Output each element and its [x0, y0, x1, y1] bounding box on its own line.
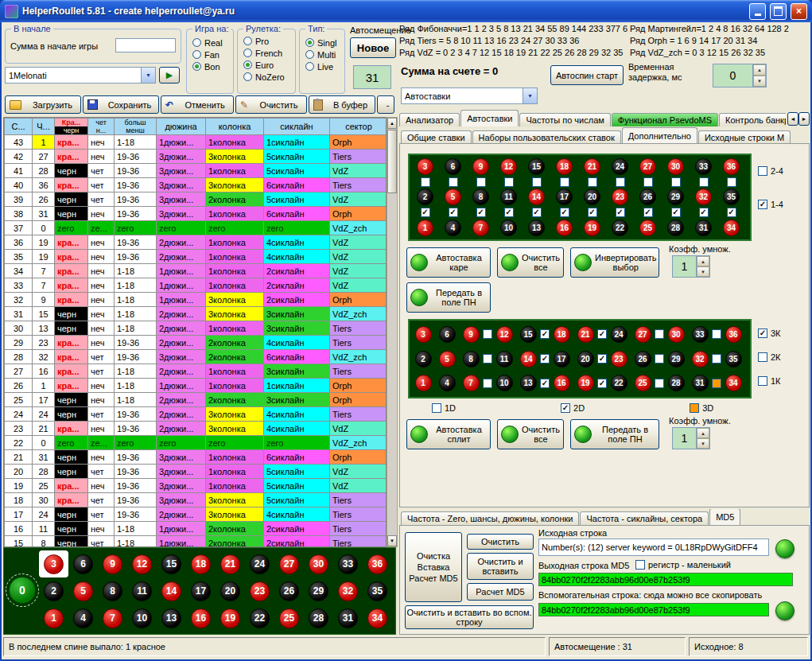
board-number-23[interactable]: 23 [607, 351, 631, 367]
kare-checkbox[interactable]: ✓ [449, 208, 458, 217]
kare-checkbox[interactable]: ✓ [532, 208, 542, 217]
main-tab-1[interactable]: Анализатор [399, 113, 460, 126]
side-checkbox-2К[interactable]: 2К [758, 352, 781, 362]
titlebar[interactable]: HelperRoullet 5.81 - create helperroulle… [0, 0, 812, 22]
board-number-24[interactable]: 24 [245, 550, 274, 577]
minimize-button[interactable] [749, 3, 766, 20]
spinner-up-icon[interactable]: ▲ [753, 64, 766, 76]
history-row[interactable]: 1830кра...чет19-363дюжи...3колонка5сикла… [5, 493, 387, 507]
board-number-17[interactable]: 17 [186, 577, 216, 605]
kare-checkbox[interactable]: ✓ [643, 208, 653, 217]
radio-pro[interactable]: Pro [243, 35, 285, 47]
board-number-5[interactable]: 5 [445, 188, 461, 208]
board-number-1[interactable]: 1 [39, 605, 68, 632]
main-tab-3[interactable]: Частоты по числам [519, 113, 610, 126]
scroll-up-icon[interactable]: ▲ [387, 118, 397, 129]
toolbar-button-3[interactable]: ↶Отменить [161, 95, 234, 114]
play-button[interactable]: ▶ [159, 67, 180, 84]
kare-checkbox[interactable] [560, 177, 569, 187]
kare-checkbox[interactable] [616, 177, 625, 187]
board-number-29[interactable]: 29 [304, 577, 333, 605]
history-row[interactable]: 2028чернчет19-363дюжи...1колонка5сиклайн… [5, 465, 387, 479]
board-number-26[interactable]: 26 [639, 188, 656, 208]
md5-aux-wheel-icon[interactable] [775, 601, 795, 620]
history-row[interactable]: 3619кра...неч19-362дюжи...1колонка4сикла… [5, 235, 387, 250]
spinner-down-icon[interactable]: ▼ [697, 266, 709, 277]
send-to-pn-button-1[interactable]: Передать в поле ПН [406, 282, 491, 313]
history-row[interactable]: 2131черннеч19-363дюжи...1колонка6сиклайн… [5, 450, 387, 465]
split-checkbox[interactable] [483, 329, 492, 339]
md5-source-wheel-icon[interactable] [775, 539, 795, 558]
checkbox-box[interactable]: ✓ [561, 403, 570, 413]
dozen-checkbox-3D[interactable]: 3D [690, 403, 713, 413]
board-number-25[interactable]: 25 [639, 218, 656, 238]
checkbox-box[interactable]: ✓ [758, 200, 767, 209]
board-number-6[interactable]: 6 [68, 550, 98, 577]
board-number-19[interactable]: 19 [584, 218, 600, 238]
history-row[interactable]: 220zeroze...zerozerozerozeroVdZ_zch [5, 436, 387, 450]
kare-checkbox[interactable] [449, 177, 458, 187]
board-number-6[interactable]: 6 [445, 157, 461, 177]
kare-checkbox[interactable]: ✓ [671, 208, 681, 217]
board-number-5[interactable]: 5 [68, 577, 98, 605]
md5-clear-button[interactable]: Очистить [467, 534, 534, 550]
history-scrollbar[interactable]: ▲ ▼ [387, 117, 398, 547]
history-row[interactable]: 337кра...неч1-181дюжи...1колонка2сиклайн… [5, 278, 387, 293]
autospin-start-button[interactable]: Автоспин старт [550, 65, 624, 85]
board-number-36[interactable]: 36 [363, 550, 392, 577]
spinner-up-icon[interactable]: ▲ [697, 428, 709, 438]
board-number-13[interactable]: 13 [516, 375, 540, 391]
board-number-3[interactable]: 3 [417, 157, 433, 177]
board-number-17[interactable]: 17 [556, 188, 573, 208]
header-number[interactable]: Ч... [33, 119, 55, 135]
main-tab-5[interactable]: Контроль банкр [719, 113, 786, 126]
header-column[interactable]: колонка [206, 119, 264, 135]
board-number-31[interactable]: 31 [688, 375, 712, 391]
invert-selection-button[interactable]: Инвертировать выбор [570, 247, 659, 278]
history-row[interactable]: 2923кра...неч19-362дюжи...2колонка4сикла… [5, 336, 387, 350]
kare-checkbox[interactable]: ✓ [560, 208, 569, 217]
board-number-15[interactable]: 15 [528, 157, 545, 177]
kare-checkbox[interactable]: ✓ [727, 208, 736, 217]
board-number-22[interactable]: 22 [612, 218, 628, 238]
history-row[interactable]: 3013черннеч1-182дюжи...1колонка3сиклайнT… [5, 321, 387, 336]
kare-checkbox[interactable] [532, 177, 542, 187]
sub-tab-3[interactable]: Дополнительно [622, 127, 697, 144]
board-number-11[interactable]: 11 [492, 351, 516, 367]
board-number-29[interactable]: 29 [667, 188, 684, 208]
board-number-28[interactable]: 28 [664, 375, 688, 391]
board-number-25[interactable]: 25 [274, 605, 304, 632]
board-number-23[interactable]: 23 [245, 577, 274, 605]
radio-french[interactable]: French [243, 47, 285, 59]
toolbar-button-6[interactable]: - [377, 95, 394, 114]
board-number-27[interactable]: 27 [631, 326, 655, 343]
header-spin[interactable]: С... [5, 119, 33, 135]
board-number-36[interactable]: 36 [721, 326, 745, 343]
preset-combobox[interactable]: 1Melonati ▼ [5, 67, 156, 84]
bottom-tab-1[interactable]: Частота - Zero, шансы, дюжины, колонки [401, 511, 579, 525]
kare-checkbox[interactable] [699, 177, 709, 187]
board-number-36[interactable]: 36 [723, 157, 740, 177]
board-number-21[interactable]: 21 [216, 550, 245, 577]
board-number-16[interactable]: 16 [186, 605, 216, 632]
spinner-up-icon[interactable]: ▲ [697, 256, 709, 266]
board-number-28[interactable]: 28 [667, 218, 684, 238]
header-parity[interactable]: четн... [88, 119, 115, 135]
main-tab-2[interactable]: Автоставки [460, 110, 519, 126]
board-number-1[interactable]: 1 [417, 218, 433, 238]
kare-checkbox[interactable]: ✓ [421, 208, 430, 217]
board-number-25[interactable]: 25 [631, 375, 655, 391]
kare-checkbox[interactable]: ✓ [476, 208, 486, 217]
header-sixline[interactable]: сиклайн [264, 119, 330, 135]
tab-scroll-left-icon[interactable]: ◄ [787, 112, 798, 126]
board-number-7[interactable]: 7 [98, 605, 127, 632]
scrollbar-thumb[interactable] [387, 130, 397, 193]
board-number-21[interactable]: 21 [584, 157, 600, 177]
radio-bon[interactable]: Bon [192, 60, 223, 72]
checkbox-box[interactable] [758, 376, 767, 386]
history-row[interactable]: 1724чернчет19-362дюжи...3колонка4сиклайн… [5, 507, 387, 522]
board-number-17[interactable]: 17 [550, 351, 573, 367]
kare-checkbox[interactable] [588, 177, 597, 187]
header-dozen[interactable]: дюжина [157, 119, 206, 135]
board-number-21[interactable]: 21 [573, 326, 597, 343]
